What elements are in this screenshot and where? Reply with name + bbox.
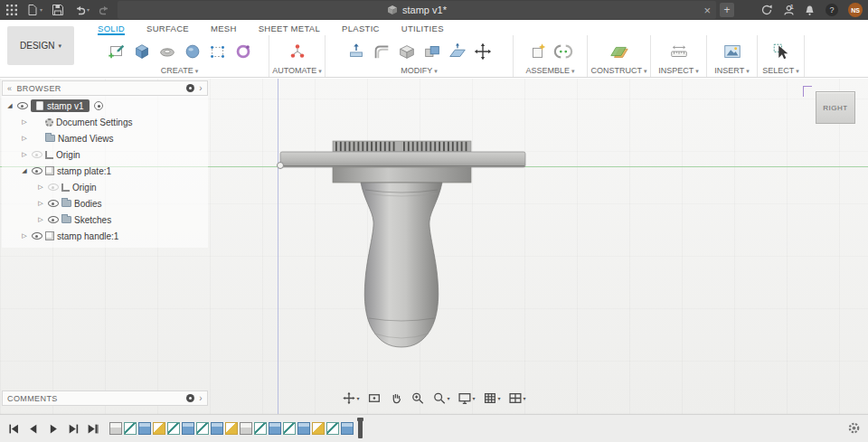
activate-radio-icon[interactable] [94, 101, 103, 110]
joint-button[interactable] [552, 40, 575, 63]
grid-snaps-button[interactable] [484, 391, 501, 405]
timeline-feature[interactable] [254, 422, 267, 435]
group-label-automate[interactable]: AUTOMATE [272, 66, 322, 75]
timeline-feature[interactable] [124, 422, 137, 435]
timeline-feature[interactable] [196, 422, 209, 435]
timeline-feature[interactable] [240, 422, 252, 435]
view-cube[interactable]: RIGHT [816, 91, 855, 124]
group-label-create[interactable]: CREATE [161, 66, 198, 75]
group-label-modify[interactable]: MODIFY [401, 66, 437, 75]
timeline-feature[interactable] [138, 422, 151, 435]
expand-arrow-icon[interactable] [20, 135, 29, 142]
step-back-button[interactable] [27, 423, 39, 435]
app-grid-icon[interactable] [6, 5, 17, 15]
timeline-feature[interactable] [341, 422, 354, 435]
visibility-eye-icon[interactable] [48, 200, 59, 207]
display-settings-button[interactable] [458, 391, 475, 405]
press-pull-button[interactable] [344, 40, 368, 63]
group-label-inspect[interactable]: INSPECT [658, 66, 698, 75]
timeline-position-marker[interactable] [358, 419, 363, 438]
timeline-feature[interactable] [269, 422, 281, 435]
group-label-assemble[interactable]: ASSEMBLE [526, 66, 575, 75]
measure-button[interactable] [667, 40, 691, 63]
orbit-button[interactable] [342, 391, 359, 405]
visibility-eye-icon[interactable] [17, 102, 28, 109]
create-sketch-button[interactable] [105, 40, 128, 63]
tree-item-named-views[interactable]: Named Views [2, 130, 208, 146]
tab-mesh[interactable]: MESH [211, 24, 237, 35]
document-tab[interactable]: stamp v1* [118, 1, 716, 19]
collapse-panel-icon[interactable] [7, 84, 12, 93]
timeline-feature[interactable] [326, 422, 339, 435]
tab-plastic[interactable]: PLASTIC [342, 24, 380, 35]
expand-arrow-icon[interactable] [20, 151, 29, 158]
tree-item-root[interactable]: stamp v1 [2, 98, 208, 114]
tab-solid[interactable]: SOLID [98, 24, 125, 35]
expand-arrow-icon[interactable] [20, 167, 29, 174]
tab-surface[interactable]: SURFACE [146, 24, 189, 35]
skip-to-end-button[interactable] [87, 423, 99, 435]
viewports-button[interactable] [509, 391, 526, 405]
coil-button[interactable] [231, 40, 255, 63]
visibility-eye-icon[interactable] [48, 216, 59, 223]
visibility-eye-icon[interactable] [32, 151, 42, 158]
panel-chevron-icon[interactable] [199, 393, 203, 403]
combine-button[interactable] [420, 40, 444, 63]
tree-item-origin-child[interactable]: Origin [2, 179, 208, 195]
visibility-eye-icon[interactable] [32, 167, 42, 174]
expand-arrow-icon[interactable] [5, 102, 14, 109]
timeline-feature[interactable] [297, 422, 310, 435]
undo-button[interactable] [73, 4, 90, 16]
timeline-feature[interactable] [312, 422, 325, 435]
step-forward-button[interactable] [67, 423, 79, 435]
help-icon[interactable]: ? [826, 4, 838, 16]
timeline-settings-button[interactable] [847, 421, 861, 437]
workspace-switcher[interactable]: DESIGN [7, 26, 74, 65]
expand-arrow-icon[interactable] [36, 216, 45, 223]
group-label-select[interactable]: SELECT [762, 66, 798, 75]
timeline-feature[interactable] [225, 422, 238, 435]
play-button[interactable] [47, 423, 59, 435]
tree-item-document-settings[interactable]: Document Settings [2, 114, 208, 130]
expand-arrow-icon[interactable] [20, 118, 29, 126]
revolve-button[interactable] [156, 40, 179, 63]
tree-item-bodies[interactable]: Bodies [2, 195, 208, 212]
construct-plane-button[interactable] [608, 40, 631, 63]
avatar[interactable]: NS [848, 3, 863, 17]
zoom-window-button[interactable] [432, 391, 449, 405]
visibility-eye-icon[interactable] [32, 232, 42, 240]
fillet-button[interactable] [370, 40, 393, 63]
timeline-feature[interactable] [109, 422, 122, 435]
automate-script-button[interactable] [286, 40, 309, 63]
bell-icon[interactable] [804, 5, 816, 16]
tree-item-stamp-plate[interactable]: stamp plate:1 [2, 163, 208, 179]
new-tab-button[interactable] [720, 3, 734, 17]
redo-button[interactable] [99, 4, 111, 16]
save-button[interactable] [52, 4, 64, 16]
expand-arrow-icon[interactable] [36, 183, 45, 191]
skip-to-start-button[interactable] [7, 423, 19, 435]
timeline-feature[interactable] [283, 422, 296, 435]
active-document-pill[interactable]: stamp v1 [31, 99, 90, 112]
tab-sheet-metal[interactable]: SHEET METAL [259, 24, 320, 35]
select-button[interactable] [769, 40, 793, 63]
file-menu-button[interactable] [26, 4, 42, 16]
comments-header[interactable]: COMMENTS [2, 390, 208, 406]
timeline-feature[interactable] [153, 422, 165, 435]
panel-dot-icon[interactable] [186, 394, 194, 402]
pan-button[interactable] [389, 391, 402, 405]
browser-header[interactable]: BROWSER [2, 80, 208, 96]
tree-item-origin[interactable]: Origin [2, 146, 208, 163]
tab-utilities[interactable]: UTILITIES [401, 24, 444, 35]
close-tab-icon[interactable] [703, 1, 711, 19]
timeline-feature[interactable] [211, 422, 223, 435]
box-primitive-button[interactable] [206, 40, 230, 63]
job-status-icon[interactable] [760, 4, 773, 16]
shell-button[interactable] [395, 40, 419, 63]
profile-status-icon[interactable]: 1 [783, 5, 794, 16]
timeline-feature[interactable] [182, 422, 194, 435]
move-copy-button[interactable] [471, 40, 495, 63]
new-component-button[interactable] [526, 40, 550, 63]
offset-face-button[interactable] [446, 40, 469, 63]
visibility-eye-icon[interactable] [48, 183, 59, 191]
